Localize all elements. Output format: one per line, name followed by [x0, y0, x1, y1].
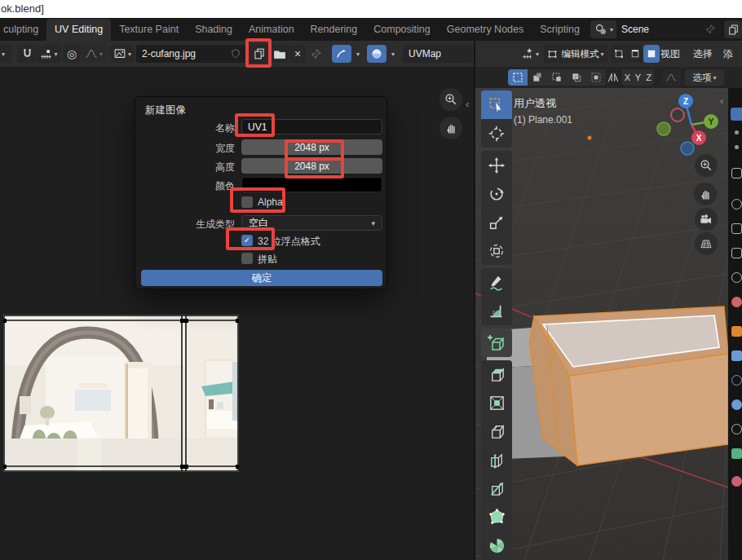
mirror-y-button[interactable]: Y [633, 69, 643, 86]
tool-add-cube[interactable] [481, 329, 512, 357]
modifiers-tab-icon[interactable] [731, 351, 742, 361]
mirror-x-button[interactable]: X [622, 69, 633, 86]
viewport-sidebar-collapse-arrow[interactable]: ‹ [720, 95, 723, 107]
tab-scripting[interactable]: Scripting [532, 19, 588, 41]
new-scene-button[interactable] [724, 20, 742, 38]
tab-sculpting[interactable]: culpting [0, 19, 46, 41]
physics-tab-icon[interactable] [731, 399, 742, 410]
options-dropdown[interactable]: 选项 ▾ [685, 69, 724, 86]
tab-compositing[interactable]: Compositing [365, 19, 438, 41]
material-tab-icon[interactable] [731, 476, 742, 487]
mode-dropdown[interactable]: 编辑模式 ▾ [544, 45, 607, 63]
tool-measure[interactable] [481, 297, 512, 325]
view-layer-tab-icon[interactable] [731, 248, 742, 258]
tool-annotate[interactable] [481, 268, 512, 297]
select-mode-extend-button[interactable] [528, 69, 547, 86]
viewport-camera-button[interactable] [695, 208, 718, 231]
viewport-pan-button[interactable] [694, 183, 717, 205]
uvmap-field[interactable]: UVMap [403, 45, 473, 63]
unlink-image-button[interactable]: × [289, 45, 306, 63]
alpha-checkbox[interactable] [241, 196, 253, 208]
tool-bevel[interactable] [481, 417, 512, 446]
output-tab-icon[interactable] [731, 223, 742, 234]
menu-select[interactable]: 选择 [693, 47, 713, 61]
float-checkbox[interactable]: ✓ [241, 235, 253, 246]
tiled-checkbox[interactable] [241, 253, 253, 264]
menu-view[interactable]: 视图 [660, 47, 680, 61]
tool-poly-build[interactable] [481, 503, 512, 531]
tab-shading[interactable]: Shading [187, 19, 241, 41]
uv-image-2-cufang[interactable] [3, 315, 239, 472]
uv-pan-button[interactable] [439, 117, 462, 139]
snap-with-dropdown[interactable]: ▾ [38, 45, 60, 63]
viewport-ortho-toggle-button[interactable] [695, 232, 718, 255]
pin-icon[interactable] [310, 48, 322, 60]
face-select-button[interactable] [643, 45, 660, 63]
open-image-button[interactable] [271, 45, 289, 63]
viewport-snap-dropdown[interactable]: ▾ [516, 45, 544, 63]
image-browse-button[interactable]: ▾ [110, 45, 135, 63]
generated-type-dropdown[interactable]: 空白 ▾ [241, 215, 382, 231]
object-tab-icon[interactable] [731, 326, 742, 337]
tab-uv-editing[interactable]: UV Editing [46, 19, 111, 41]
shield-fake-user-icon[interactable] [230, 48, 241, 60]
tool-move[interactable] [481, 151, 512, 179]
tool-transform[interactable] [481, 236, 512, 265]
viewport-zoom-button[interactable] [695, 154, 718, 177]
properties-active-mode-button[interactable] [731, 108, 742, 121]
scene-browse-button[interactable]: ▾ [590, 20, 616, 38]
tab-rendering[interactable]: Rendering [303, 19, 366, 41]
tool-loop-cut[interactable] [481, 446, 512, 474]
snap-toggle-button[interactable] [17, 45, 37, 63]
particles-tab-icon[interactable] [731, 375, 742, 386]
color-swatch[interactable] [241, 177, 382, 192]
mirror-z-button[interactable]: Z [643, 69, 654, 86]
constraints-tab-icon[interactable] [731, 424, 742, 434]
tool-rotate[interactable] [481, 179, 512, 208]
height-slider[interactable]: 2048 px [241, 158, 382, 174]
gizmo-neg-x-ball[interactable] [671, 108, 684, 121]
display-channels-dropdown[interactable]: ▾ [386, 45, 398, 63]
proportional-falloff-button[interactable] [661, 69, 681, 86]
select-mode-set-button[interactable] [508, 69, 528, 86]
uv-sidebar-collapse-arrow[interactable]: ‹ [466, 98, 469, 110]
tool-cursor[interactable] [481, 119, 512, 148]
width-slider[interactable]: 2048 px [241, 139, 382, 155]
tab-animation[interactable]: Animation [241, 19, 303, 41]
display-channels-button[interactable] [367, 45, 386, 63]
vertex-select-button[interactable] [611, 45, 627, 63]
tool-tweak-select[interactable] [481, 90, 512, 119]
gizmo-neg-y-ball[interactable] [657, 122, 670, 135]
viewport-3d[interactable]: 用户透视 (1) Plane.001 Z Y X [475, 88, 728, 560]
pin-icon[interactable] [704, 24, 716, 35]
world-tab-icon[interactable] [731, 297, 742, 307]
tool-spin[interactable] [481, 531, 512, 560]
uv-zoom-button[interactable] [439, 88, 462, 111]
navigation-gizmo[interactable]: Z Y X [653, 91, 722, 160]
gizmo-neg-z-ball[interactable] [681, 142, 694, 155]
editor-type-button[interactable]: ▾ [0, 45, 11, 63]
new-image-button[interactable] [250, 45, 268, 63]
tool-tab-icon[interactable] [731, 168, 742, 179]
select-mode-invert-button[interactable] [567, 69, 586, 86]
image-name-field[interactable]: 2-cufang.jpg [136, 45, 247, 63]
properties-header[interactable] [728, 67, 742, 88]
tool-scale[interactable] [481, 208, 512, 236]
proportional-edit-button[interactable]: ◎ [63, 45, 81, 63]
select-mode-intersect-button[interactable] [586, 69, 606, 86]
tab-texture-paint[interactable]: Texture Paint [111, 19, 187, 41]
uv-sync-select-button[interactable] [332, 45, 351, 63]
render-tab-icon[interactable] [731, 199, 742, 209]
tool-extrude-region[interactable] [481, 360, 512, 389]
falloff-dropdown[interactable]: ▾ [82, 45, 106, 63]
scene-tab-icon[interactable] [731, 272, 742, 283]
tool-knife[interactable] [481, 474, 512, 503]
select-mode-subtract-button[interactable] [547, 69, 567, 86]
tab-geometry-nodes[interactable]: Geometry Nodes [439, 19, 532, 41]
object-data-tab-icon[interactable] [731, 448, 742, 459]
edge-select-button[interactable] [627, 45, 643, 63]
ok-button[interactable]: 确定 [141, 270, 382, 286]
uv-sync-dropdown[interactable]: ▾ [351, 45, 363, 63]
menu-add-partial[interactable]: 添 [723, 47, 733, 61]
tool-inset-faces[interactable] [481, 389, 512, 417]
